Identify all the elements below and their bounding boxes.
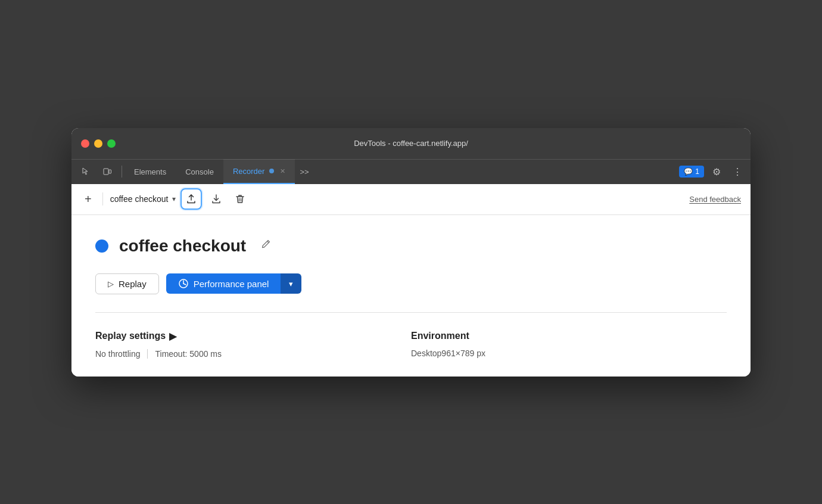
recorder-icon	[268, 167, 275, 175]
export-button[interactable]	[180, 188, 202, 210]
tab-console[interactable]: Console	[176, 159, 223, 184]
delete-button[interactable]	[231, 189, 250, 209]
recording-header: coffee checkout	[95, 237, 727, 256]
settings-button[interactable]: ⚙	[709, 164, 724, 180]
devtools-window: DevTools - coffee-cart.netlify.app/ Elem…	[71, 128, 751, 377]
cursor-icon	[81, 167, 91, 176]
tab-bar-right: 💬 1 ⚙ ⋮	[679, 164, 746, 180]
more-tabs-button[interactable]: >>	[295, 164, 313, 180]
settings-grid: Replay settings ▶ No throttling Timeout:…	[95, 331, 727, 359]
maximize-button[interactable]	[107, 139, 116, 148]
toolbar-separator	[102, 192, 103, 206]
device-icon	[102, 167, 112, 176]
recording-status-dot	[95, 239, 108, 253]
download-icon	[211, 194, 222, 204]
performance-panel-group: Performance panel ▾	[166, 273, 302, 294]
inspect-tool-button[interactable]	[76, 163, 95, 180]
performance-panel-button[interactable]: Performance panel	[166, 273, 281, 294]
minimize-button[interactable]	[94, 139, 102, 148]
actions-row: ▷ Replay Performance panel ▾	[95, 273, 727, 294]
play-icon: ▷	[108, 279, 114, 288]
close-button[interactable]	[81, 139, 89, 148]
tab-divider-1	[122, 166, 122, 178]
chat-badge[interactable]: 💬 1	[679, 166, 704, 178]
recording-title: coffee checkout	[119, 237, 246, 256]
traffic-lights	[81, 139, 116, 148]
tab-elements[interactable]: Elements	[124, 159, 176, 184]
upload-icon	[186, 194, 197, 204]
download-button[interactable]	[207, 189, 226, 209]
more-options-button[interactable]: ⋮	[729, 164, 746, 180]
add-recording-button[interactable]: +	[81, 190, 95, 209]
title-bar: DevTools - coffee-cart.netlify.app/	[71, 128, 751, 159]
device-mode-button[interactable]	[98, 163, 117, 180]
tab-recorder[interactable]: Recorder ✕	[223, 159, 295, 184]
environment-heading: Environment	[411, 331, 727, 341]
svg-rect-0	[104, 169, 108, 175]
chevron-down-icon: ▾	[172, 195, 176, 203]
tab-bar-left-tools	[76, 163, 117, 180]
svg-point-2	[269, 169, 274, 173]
main-content: coffee checkout ▷ Replay	[71, 215, 751, 377]
performance-icon	[178, 278, 189, 289]
recording-selector[interactable]: coffee checkout ▾	[110, 194, 176, 204]
window-title: DevTools - coffee-cart.netlify.app/	[354, 139, 468, 148]
trash-icon	[235, 194, 245, 204]
chat-icon: 💬	[684, 167, 693, 176]
values-separator	[147, 349, 148, 359]
svg-rect-1	[109, 170, 111, 173]
tab-bar: Elements Console Recorder ✕ >> 💬 1 ⚙ ⋮	[71, 159, 751, 184]
replay-settings-col: Replay settings ▶ No throttling Timeout:…	[95, 331, 411, 359]
send-feedback-button[interactable]: Send feedback	[689, 195, 741, 204]
arrow-right-icon: ▶	[169, 331, 176, 342]
chevron-down-icon: ▾	[289, 279, 293, 288]
replay-button[interactable]: ▷ Replay	[95, 273, 159, 294]
environment-col: Environment Desktop 961×789 px	[411, 331, 727, 359]
edit-title-button[interactable]	[257, 238, 275, 254]
replay-settings-values: No throttling Timeout: 5000 ms	[95, 349, 411, 359]
pencil-icon	[260, 239, 271, 250]
close-tab-icon[interactable]: ✕	[280, 167, 285, 175]
performance-panel-dropdown-button[interactable]: ▾	[281, 273, 301, 294]
replay-settings-heading[interactable]: Replay settings ▶	[95, 331, 411, 342]
recorder-toolbar: + coffee checkout ▾	[71, 184, 751, 215]
section-divider	[95, 312, 727, 313]
environment-values: Desktop 961×789 px	[411, 349, 727, 358]
